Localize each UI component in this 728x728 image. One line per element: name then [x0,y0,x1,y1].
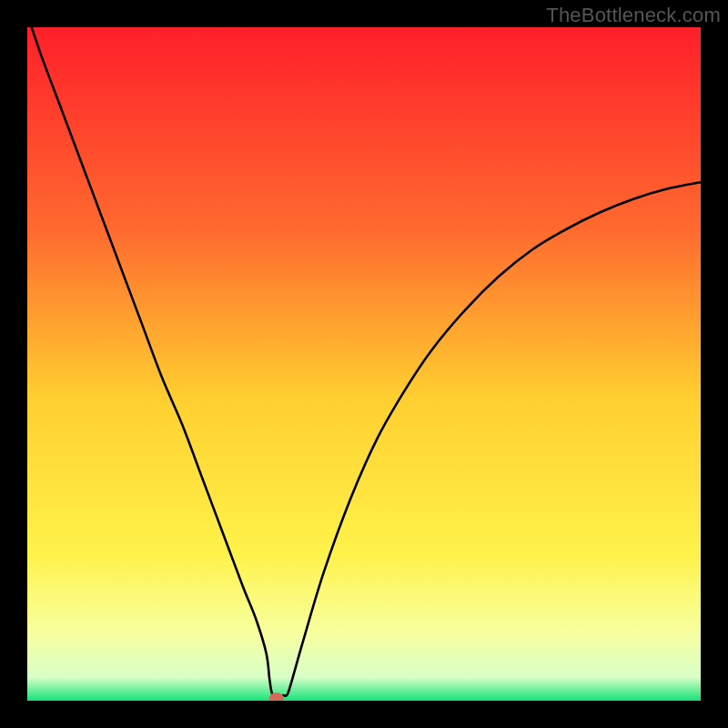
chart-frame [27,27,701,701]
watermark-text: TheBottleneck.com [546,4,721,27]
bottleneck-chart [27,27,701,701]
chart-background [27,27,701,701]
